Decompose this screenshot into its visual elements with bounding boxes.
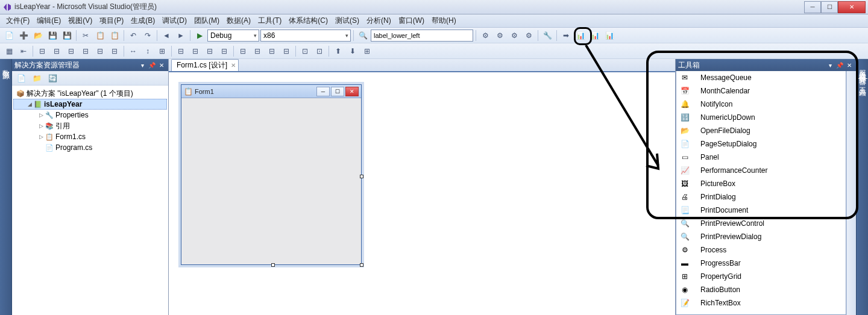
menu-help[interactable]: 帮助(H) bbox=[428, 14, 460, 27]
find-textbox[interactable] bbox=[371, 30, 473, 42]
window-maximize-button[interactable]: ☐ bbox=[821, 1, 838, 13]
toolbox-scrollbar[interactable] bbox=[846, 71, 856, 315]
extension-icon[interactable]: ⚙ bbox=[508, 29, 521, 42]
start-debug-icon[interactable]: ▶ bbox=[193, 29, 206, 42]
references-node[interactable]: ▷ 📚 引用 bbox=[13, 120, 167, 131]
toolbox-item-panel[interactable]: ▭Panel bbox=[676, 151, 846, 164]
panel-pin-icon[interactable]: 📌 bbox=[835, 61, 844, 69]
menu-debug[interactable]: 调试(D) bbox=[159, 14, 190, 27]
redo-icon[interactable]: ↷ bbox=[141, 29, 154, 42]
platform-dropdown[interactable]: x86 bbox=[260, 30, 351, 42]
nav-back-icon[interactable]: ◄ bbox=[160, 29, 173, 42]
align-icon[interactable]: ⊟ bbox=[64, 45, 78, 58]
tab-close-icon[interactable]: ✕ bbox=[231, 62, 236, 69]
toolbox-item-performancecounter[interactable]: 📈PerformanceCounter bbox=[676, 164, 846, 177]
window-close-button[interactable]: ✕ bbox=[838, 1, 866, 13]
align-icon[interactable]: ⊟ bbox=[79, 45, 92, 58]
step-icon[interactable]: ➡ bbox=[559, 29, 573, 42]
align-icon[interactable]: ⊟ bbox=[93, 45, 107, 58]
add-item-icon[interactable]: ➕ bbox=[17, 29, 30, 42]
align-icon[interactable]: ⊟ bbox=[36, 45, 49, 58]
save-all-icon[interactable]: 💾 bbox=[60, 29, 74, 42]
spacing-icon[interactable]: ⊟ bbox=[218, 45, 231, 58]
project-node[interactable]: ◢ 📗 isLeapYear bbox=[13, 99, 167, 110]
center-icon[interactable]: ⊡ bbox=[298, 45, 312, 58]
spacing-icon[interactable]: ⊟ bbox=[203, 45, 216, 58]
toolbox-item-printdialog[interactable]: 🖨PrintDialog bbox=[676, 190, 846, 204]
size-icon[interactable]: ⊞ bbox=[156, 45, 169, 58]
document-tab-form1[interactable]: Form1.cs [设计] ✕ bbox=[171, 59, 239, 71]
toolbox-item-printpreviewdialog[interactable]: 🔍PrintPreviewDialog bbox=[676, 230, 846, 243]
step-icon[interactable]: 📊 bbox=[588, 29, 602, 42]
spacing-icon[interactable]: ⊟ bbox=[280, 45, 293, 58]
save-icon[interactable]: 💾 bbox=[46, 29, 59, 42]
panel-dropdown-icon[interactable]: ▾ bbox=[138, 61, 146, 69]
menu-architecture[interactable]: 体系结构(C) bbox=[285, 14, 332, 27]
size-icon[interactable]: ↔ bbox=[127, 45, 140, 58]
design-surface[interactable]: 📋 Form1 ─ ☐ ✕ bbox=[169, 72, 675, 315]
new-project-icon[interactable]: 📄 bbox=[2, 29, 16, 42]
toolbox-item-propertygrid[interactable]: ⊞PropertyGrid bbox=[676, 270, 846, 283]
resize-handle[interactable] bbox=[271, 263, 275, 267]
extension-icon[interactable]: ⚙ bbox=[493, 29, 506, 42]
menu-edit[interactable]: 编辑(E) bbox=[33, 14, 64, 27]
menu-build[interactable]: 生成(B) bbox=[127, 14, 159, 27]
toolbox-item-printdocument[interactable]: 📃PrintDocument bbox=[676, 204, 846, 217]
program-node[interactable]: 📄 Program.cs bbox=[13, 142, 167, 153]
side-tab-datasources[interactable]: 数据源 bbox=[0, 59, 12, 315]
undo-icon[interactable]: ↶ bbox=[127, 29, 140, 42]
size-icon[interactable]: ↕ bbox=[141, 45, 154, 58]
paste-icon[interactable]: 📋 bbox=[108, 29, 121, 42]
panel-pin-icon[interactable]: 📌 bbox=[148, 61, 156, 69]
panel-dropdown-icon[interactable]: ▾ bbox=[826, 61, 834, 69]
toolbox-item-messagequeue[interactable]: ✉MessageQueue bbox=[676, 71, 846, 84]
spacing-icon[interactable]: ⊟ bbox=[189, 45, 202, 58]
toolbox-item-richtextbox[interactable]: 📝RichTextBox bbox=[676, 296, 846, 310]
menu-team[interactable]: 团队(M) bbox=[190, 14, 223, 27]
step-icon[interactable]: 📊 bbox=[603, 29, 616, 42]
toolbox-item-radiobutton[interactable]: ◉RadioButton bbox=[676, 283, 846, 296]
order-icon[interactable]: ⬆ bbox=[332, 45, 345, 58]
toolbox-list[interactable]: ✉MessageQueue📅MonthCalendar🔔NotifyIcon🔢N… bbox=[676, 71, 846, 315]
panel-close-icon[interactable]: ✕ bbox=[157, 61, 166, 69]
menu-project[interactable]: 项目(P) bbox=[96, 14, 127, 27]
window-minimize-button[interactable]: ─ bbox=[804, 1, 821, 13]
form1-node[interactable]: ▷ 📋 Form1.cs bbox=[13, 131, 167, 142]
menu-file[interactable]: 文件(F) bbox=[2, 14, 33, 27]
nav-forward-icon[interactable]: ► bbox=[174, 29, 187, 42]
toolbox-icon[interactable]: 🔧 bbox=[541, 29, 554, 42]
step-icon[interactable]: 📊 bbox=[574, 29, 587, 42]
spacing-icon[interactable]: ⊟ bbox=[251, 45, 264, 58]
menu-test[interactable]: 测试(S) bbox=[332, 14, 363, 27]
spacing-icon[interactable]: ⊟ bbox=[236, 45, 250, 58]
tab-order-icon[interactable]: ⊞ bbox=[360, 45, 374, 58]
menu-window[interactable]: 窗口(W) bbox=[395, 14, 428, 27]
grid-icon[interactable]: ▦ bbox=[2, 45, 16, 58]
toolbox-item-printpreviewcontrol[interactable]: 🔍PrintPreviewControl bbox=[676, 217, 846, 230]
align-icon[interactable]: ⊟ bbox=[108, 45, 121, 58]
form-designer[interactable]: 📋 Form1 ─ ☐ ✕ bbox=[181, 84, 362, 265]
expander-icon[interactable]: ◢ bbox=[26, 101, 33, 107]
panel-close-icon[interactable]: ✕ bbox=[845, 61, 854, 69]
properties-node[interactable]: ▷ 🔧 Properties bbox=[13, 110, 167, 120]
find-in-files-icon[interactable]: 🔍 bbox=[356, 29, 370, 42]
order-icon[interactable]: ⬇ bbox=[346, 45, 359, 58]
spacing-icon[interactable]: ⊟ bbox=[174, 45, 187, 58]
extension-icon[interactable]: ⚙ bbox=[479, 29, 492, 42]
toolbox-item-numericupdown[interactable]: 🔢NumericUpDown bbox=[676, 111, 846, 124]
center-icon[interactable]: ⊡ bbox=[313, 45, 326, 58]
toolbox-item-monthcalendar[interactable]: 📅MonthCalendar bbox=[676, 84, 846, 98]
toolbox-item-process[interactable]: ⚙Process bbox=[676, 243, 846, 257]
resize-handle[interactable] bbox=[360, 263, 363, 267]
side-tab-server-explorer[interactable]: 服务器资源管理器 工具箱 bbox=[856, 59, 868, 315]
refresh-icon[interactable]: 🔄 bbox=[46, 72, 59, 85]
menu-data[interactable]: 数据(A) bbox=[223, 14, 254, 27]
solution-node[interactable]: 📦 解决方案 "isLeapYear" (1 个项目) bbox=[13, 88, 167, 99]
toolbox-item-notifyicon[interactable]: 🔔NotifyIcon bbox=[676, 98, 846, 111]
cut-icon[interactable]: ✂ bbox=[79, 29, 92, 42]
menu-tools[interactable]: 工具(T) bbox=[254, 14, 285, 27]
show-all-icon[interactable]: 📁 bbox=[30, 72, 43, 85]
toolbox-item-pagesetupdialog[interactable]: 📄PageSetupDialog bbox=[676, 137, 846, 151]
expander-icon[interactable]: ▷ bbox=[37, 134, 45, 140]
menu-analyze[interactable]: 分析(N) bbox=[363, 14, 395, 27]
